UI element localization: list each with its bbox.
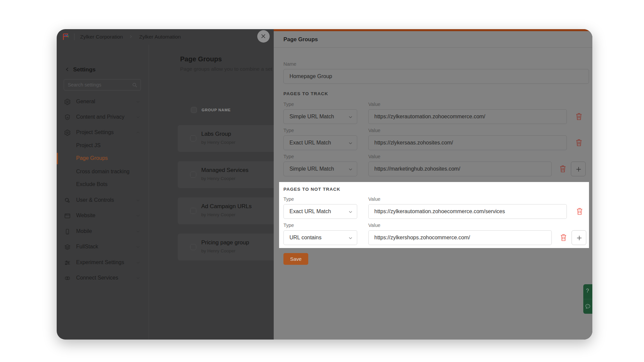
sidebar-item-website[interactable]: Website bbox=[57, 208, 149, 224]
group-row[interactable]: Managed Services by Henry Cooper bbox=[178, 161, 278, 188]
value-label: Value bbox=[368, 102, 380, 107]
chevron-down-icon bbox=[348, 115, 353, 119]
drawer-header: Page Groups bbox=[274, 31, 592, 48]
sidebar-item-experiment-settings[interactable]: Experiment Settings bbox=[57, 255, 149, 270]
match-type-select[interactable]: Simple URL Match bbox=[283, 109, 357, 124]
chevron-up-icon bbox=[136, 130, 140, 135]
sidebar-item-user-controls[interactable]: User & Controls bbox=[57, 193, 149, 208]
match-type-select[interactable]: Exact URL Match bbox=[283, 204, 357, 219]
back-chevron-icon bbox=[65, 67, 70, 72]
sidebar-item-mobile[interactable]: Mobile bbox=[57, 224, 149, 239]
help-widget: ? bbox=[583, 284, 592, 314]
url-value-input[interactable]: https://zylkershops.zohocommerce.com/ bbox=[368, 230, 552, 245]
shield-lock-icon bbox=[64, 114, 71, 121]
delete-row-icon[interactable] bbox=[559, 165, 567, 173]
type-label: Type bbox=[283, 128, 294, 133]
app-window: Zylker Corporation Zylker Automation Set… bbox=[57, 29, 592, 340]
row-checkbox[interactable] bbox=[190, 208, 196, 214]
search-input[interactable]: Search settings bbox=[64, 79, 141, 90]
value-label: Value bbox=[368, 223, 380, 228]
row-checkbox[interactable] bbox=[190, 135, 196, 141]
chevron-down-icon bbox=[136, 276, 140, 280]
match-type-select[interactable]: URL contains bbox=[283, 230, 357, 245]
chevron-down-icon bbox=[136, 100, 140, 104]
drawer-title: Page Groups bbox=[283, 36, 318, 43]
divider bbox=[74, 34, 74, 40]
type-label: Type bbox=[283, 223, 294, 228]
pagesense-logo-icon bbox=[62, 33, 70, 41]
value-label: Value bbox=[368, 154, 380, 159]
delete-row-icon[interactable] bbox=[575, 112, 583, 121]
chevron-right-icon bbox=[129, 35, 133, 39]
phone-icon bbox=[64, 228, 71, 235]
user-gear-icon bbox=[64, 197, 71, 204]
close-drawer-button[interactable] bbox=[257, 30, 270, 43]
group-list-header: GROUP NAME bbox=[178, 107, 274, 117]
breadcrumb-project[interactable]: Zylker Automation bbox=[139, 34, 181, 40]
sidebar-item-fullstack[interactable]: FullStack bbox=[57, 239, 149, 255]
pages-to-not-track-header: PAGES TO NOT TRACK bbox=[283, 187, 340, 192]
select-all-checkbox[interactable] bbox=[191, 107, 197, 113]
pages-to-not-track-section: PAGES TO NOT TRACK Type Value Exact URL … bbox=[279, 182, 589, 248]
chevron-down-icon bbox=[136, 245, 140, 249]
value-label: Value bbox=[368, 196, 380, 202]
gear-icon bbox=[64, 129, 71, 136]
match-type-select[interactable]: Simple URL Match bbox=[283, 162, 357, 176]
delete-row-icon[interactable] bbox=[559, 233, 568, 242]
plus-icon bbox=[575, 166, 582, 173]
page-group-drawer: Page Groups Name Homepage Group PAGES TO… bbox=[274, 29, 592, 340]
sidebar-title: Settings bbox=[73, 66, 96, 73]
selected-indicator bbox=[57, 153, 58, 164]
chevron-down-icon bbox=[348, 236, 353, 240]
group-row[interactable]: Ad Campaign URLs by Henry Cooper bbox=[178, 197, 278, 224]
breadcrumb-org[interactable]: Zylker Corporation bbox=[80, 34, 123, 40]
delete-row-icon[interactable] bbox=[576, 207, 584, 216]
sidebar-item-connect-services[interactable]: Connect Services bbox=[57, 270, 149, 286]
sidebar-item-exclude-bots[interactable]: Exclude Bots bbox=[57, 177, 149, 192]
sidebar-item-general[interactable]: General bbox=[57, 94, 149, 110]
chevron-down-icon bbox=[136, 260, 140, 265]
settings-back[interactable]: Settings bbox=[57, 65, 149, 75]
add-row-button[interactable] bbox=[571, 162, 586, 176]
add-row-button[interactable] bbox=[572, 230, 586, 245]
value-label: Value bbox=[368, 128, 380, 133]
chevron-down-icon bbox=[136, 214, 140, 218]
url-value-input[interactable]: https://marketinghub.zohosites.com/ bbox=[368, 162, 552, 176]
gear-icon bbox=[64, 99, 71, 105]
help-button[interactable]: ? bbox=[583, 284, 592, 299]
chevron-down-icon bbox=[136, 198, 140, 202]
group-row[interactable]: Pricing page group by Henry Cooper bbox=[178, 234, 278, 260]
chevron-down-icon bbox=[136, 115, 140, 119]
topbar: Zylker Corporation Zylker Automation bbox=[57, 29, 274, 45]
save-button[interactable]: Save bbox=[283, 253, 308, 265]
group-name-input[interactable]: Homepage Group bbox=[283, 69, 589, 84]
row-checkbox[interactable] bbox=[190, 244, 196, 250]
chevron-down-icon bbox=[136, 229, 140, 234]
match-type-select[interactable]: Exact URL Match bbox=[283, 135, 357, 150]
delete-row-icon[interactable] bbox=[575, 138, 583, 147]
search-icon bbox=[132, 82, 138, 88]
chat-button[interactable] bbox=[583, 299, 592, 314]
close-icon bbox=[260, 33, 266, 39]
settings-sidebar: Settings Search settings General Content… bbox=[57, 45, 149, 340]
url-value-input[interactable]: https://zylkerautomation.zohoecommerce.c… bbox=[368, 109, 567, 124]
type-label: Type bbox=[283, 196, 294, 202]
question-mark-icon: ? bbox=[586, 288, 589, 294]
url-value-input[interactable]: https://zylkerautomation.zohoecommerce.c… bbox=[368, 204, 567, 219]
chevron-down-icon bbox=[348, 167, 353, 172]
chevron-down-icon bbox=[348, 209, 353, 214]
url-value-input[interactable]: https://zlykersaas.zohosites.com/ bbox=[368, 135, 567, 150]
search-placeholder: Search settings bbox=[68, 82, 101, 87]
sidebar-item-content-privacy[interactable]: Content and Privacy bbox=[57, 110, 149, 125]
layers-icon bbox=[64, 244, 71, 250]
row-checkbox[interactable] bbox=[190, 172, 196, 178]
sliders-icon bbox=[64, 259, 71, 266]
column-header: GROUP NAME bbox=[202, 108, 231, 112]
plus-icon bbox=[576, 235, 583, 241]
type-label: Type bbox=[283, 154, 294, 159]
connect-icon bbox=[64, 275, 71, 282]
type-label: Type bbox=[283, 102, 294, 107]
divider bbox=[149, 45, 149, 340]
chevron-down-icon bbox=[348, 141, 353, 145]
group-row[interactable]: Labs Group by Henry Cooper bbox=[178, 125, 278, 152]
